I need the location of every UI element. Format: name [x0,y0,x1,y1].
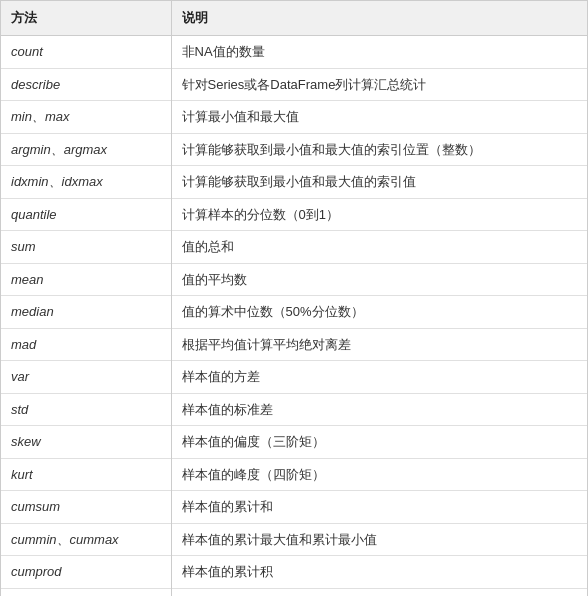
table-row: diff计算一阶差分（对时间序列很有用） [1,588,587,596]
table-row: quantile计算样本的分位数（0到1） [1,198,587,231]
cell-description: 根据平均值计算平均绝对离差 [171,328,587,361]
cell-method: quantile [1,198,171,231]
table-row: describe针对Series或各DataFrame列计算汇总统计 [1,68,587,101]
table-row: mad根据平均值计算平均绝对离差 [1,328,587,361]
cell-description: 样本值的累计最大值和累计最小值 [171,523,587,556]
table-row: argmin、argmax计算能够获取到最小值和最大值的索引位置（整数） [1,133,587,166]
table-row: var样本值的方差 [1,361,587,394]
cell-description: 值的平均数 [171,263,587,296]
cell-method: sum [1,231,171,264]
cell-description: 计算一阶差分（对时间序列很有用） [171,588,587,596]
table-row: median值的算术中位数（50%分位数） [1,296,587,329]
table-row: cumsum样本值的累计和 [1,491,587,524]
cell-method: kurt [1,458,171,491]
cell-description: 样本值的偏度（三阶矩） [171,426,587,459]
cell-method: min、max [1,101,171,134]
cell-method: cumsum [1,491,171,524]
cell-method: mad [1,328,171,361]
methods-table: 方法 说明 count非NA值的数量describe针对Series或各Data… [1,1,587,596]
cell-method: idxmin、idxmax [1,166,171,199]
table-row: cumprod样本值的累计积 [1,556,587,589]
table-row: count非NA值的数量 [1,36,587,69]
cell-description: 非NA值的数量 [171,36,587,69]
cell-description: 样本值的标准差 [171,393,587,426]
cell-method: skew [1,426,171,459]
cell-description: 值的总和 [171,231,587,264]
table-row: mean值的平均数 [1,263,587,296]
cell-method: mean [1,263,171,296]
cell-description: 计算最小值和最大值 [171,101,587,134]
table-header-row: 方法 说明 [1,1,587,36]
cell-method: describe [1,68,171,101]
table-row: cummin、cummax样本值的累计最大值和累计最小值 [1,523,587,556]
cell-method: cummin、cummax [1,523,171,556]
cell-method: diff [1,588,171,596]
cell-description: 样本值的累计积 [171,556,587,589]
header-method: 方法 [1,1,171,36]
table-row: min、max计算最小值和最大值 [1,101,587,134]
cell-description: 计算样本的分位数（0到1） [171,198,587,231]
cell-description: 样本值的峰度（四阶矩） [171,458,587,491]
cell-description: 样本值的方差 [171,361,587,394]
cell-method: var [1,361,171,394]
methods-table-container: 方法 说明 count非NA值的数量describe针对Series或各Data… [0,0,588,596]
table-row: kurt样本值的峰度（四阶矩） [1,458,587,491]
header-description: 说明 [171,1,587,36]
cell-method: median [1,296,171,329]
cell-method: argmin、argmax [1,133,171,166]
table-row: std样本值的标准差 [1,393,587,426]
cell-description: 计算能够获取到最小值和最大值的索引位置（整数） [171,133,587,166]
cell-description: 针对Series或各DataFrame列计算汇总统计 [171,68,587,101]
cell-description: 值的算术中位数（50%分位数） [171,296,587,329]
cell-description: 样本值的累计和 [171,491,587,524]
cell-method: count [1,36,171,69]
cell-method: std [1,393,171,426]
table-row: idxmin、idxmax计算能够获取到最小值和最大值的索引值 [1,166,587,199]
cell-description: 计算能够获取到最小值和最大值的索引值 [171,166,587,199]
table-row: skew样本值的偏度（三阶矩） [1,426,587,459]
table-row: sum值的总和 [1,231,587,264]
cell-method: cumprod [1,556,171,589]
